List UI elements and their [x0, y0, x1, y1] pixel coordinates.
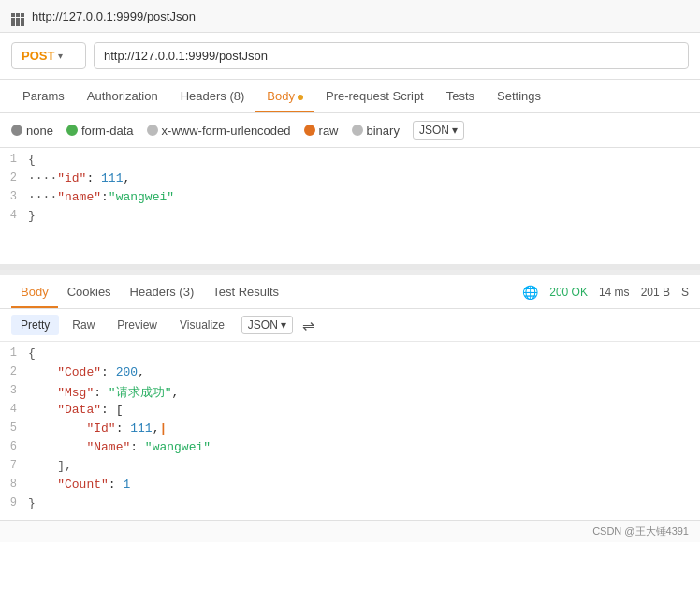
view-tab-raw[interactable]: Raw — [63, 315, 104, 335]
json-type-dropdown[interactable]: JSON ▾ — [413, 121, 464, 140]
radio-circle-none — [11, 125, 22, 136]
radio-binary[interactable]: binary — [352, 124, 400, 138]
resp-tab-body[interactable]: Body — [11, 275, 58, 308]
resp-line-8: 8 "Count": 1 — [0, 477, 700, 495]
radio-circle-raw — [304, 125, 315, 136]
tab-body[interactable]: Body — [255, 80, 314, 112]
radio-label-urlencoded: x-www-form-urlencoded — [162, 124, 291, 138]
globe-icon: 🌐 — [522, 285, 538, 300]
status-ok-badge: 200 OK — [549, 286, 588, 299]
radio-urlencoded[interactable]: x-www-form-urlencoded — [147, 124, 291, 138]
req-line-2: 2 ····"id": 111, — [0, 170, 700, 189]
response-status-bar: 🌐 200 OK 14 ms 201 B S — [522, 285, 689, 300]
req-line-1: 1 { — [0, 152, 700, 170]
tab-prerequest[interactable]: Pre-request Script — [314, 80, 435, 112]
url-input[interactable] — [94, 42, 689, 69]
resp-line-7: 7 ], — [0, 458, 700, 477]
radio-label-raw: raw — [319, 124, 339, 138]
request-bar: POST ▾ — [0, 33, 700, 80]
title-bar-url: http://127.0.0.1:9999/postJson — [32, 9, 196, 23]
watermark-text: CSDN @王大锤4391 — [592, 525, 689, 537]
method-dropdown[interactable]: POST ▾ — [11, 42, 86, 69]
resp-tab-cookies[interactable]: Cookies — [58, 275, 121, 308]
resp-line-3: 3 "Msg": "请求成功", — [0, 383, 700, 402]
radio-none[interactable]: none — [11, 124, 53, 138]
resp-json-chevron-icon: ▾ — [281, 318, 286, 332]
tab-tests[interactable]: Tests — [435, 80, 486, 112]
response-json-dropdown[interactable]: JSON ▾ — [241, 316, 293, 334]
radio-formdata[interactable]: form-data — [66, 124, 134, 138]
resp-line-5: 5 "Id": 111,| — [0, 420, 700, 439]
body-type-row: none form-data x-www-form-urlencoded raw… — [0, 113, 700, 148]
resp-tab-testresults[interactable]: Test Results — [203, 275, 288, 308]
resp-line-6: 6 "Name": "wangwei" — [0, 439, 700, 458]
req-line-3: 3 ····"name":"wangwei" — [0, 189, 700, 208]
response-tabs-left: Body Cookies Headers (3) Test Results — [11, 275, 288, 308]
response-time: 14 ms — [599, 286, 630, 299]
wrap-icon[interactable]: ⇌ — [302, 317, 314, 334]
request-code-editor[interactable]: 1 { 2 ····"id": 111, 3 ····"name":"wangw… — [0, 148, 700, 270]
request-tabs-row: Params Authorization Headers (8) Body Pr… — [0, 80, 700, 113]
resp-line-2: 2 "Code": 200, — [0, 364, 700, 383]
response-size: 201 B — [641, 286, 670, 299]
grid-app-icon — [11, 6, 24, 26]
tab-authorization[interactable]: Authorization — [76, 80, 169, 112]
view-tab-pretty[interactable]: Pretty — [11, 315, 59, 335]
radio-label-binary: binary — [367, 124, 400, 138]
radio-circle-formdata — [66, 125, 78, 136]
json-chevron-icon: ▾ — [452, 124, 458, 137]
response-code-editor[interactable]: 1 { 2 "Code": 200, 3 "Msg": "请求成功", 4 "D… — [0, 342, 700, 520]
resp-line-9: 9 } — [0, 495, 700, 514]
response-tabs-row: Body Cookies Headers (3) Test Results 🌐 … — [0, 275, 700, 309]
radio-label-formdata: form-data — [81, 124, 134, 138]
tab-params[interactable]: Params — [11, 80, 76, 112]
method-label: POST — [22, 49, 54, 63]
watermark: CSDN @王大锤4391 — [0, 520, 700, 542]
title-bar: http://127.0.0.1:9999/postJson — [0, 0, 700, 33]
radio-circle-binary — [352, 125, 363, 136]
radio-circle-urlencoded — [147, 125, 158, 136]
response-json-label: JSON — [248, 318, 278, 332]
resp-line-1: 1 { — [0, 346, 700, 364]
chevron-down-icon: ▾ — [58, 51, 63, 61]
req-line-4: 4 } — [0, 208, 700, 227]
body-tab-dot — [298, 95, 303, 100]
tab-headers[interactable]: Headers (8) — [169, 80, 256, 112]
response-extra: S — [681, 286, 689, 299]
resp-tab-headers[interactable]: Headers (3) — [121, 275, 204, 308]
view-tab-preview[interactable]: Preview — [108, 315, 167, 335]
json-type-label: JSON — [419, 124, 449, 137]
tab-settings[interactable]: Settings — [486, 80, 552, 112]
view-tabs-row: Pretty Raw Preview Visualize JSON ▾ ⇌ — [0, 309, 700, 342]
radio-label-none: none — [26, 124, 53, 138]
radio-raw[interactable]: raw — [304, 124, 339, 138]
resp-line-4: 4 "Data": [ — [0, 402, 700, 420]
view-tab-visualize[interactable]: Visualize — [170, 315, 234, 335]
